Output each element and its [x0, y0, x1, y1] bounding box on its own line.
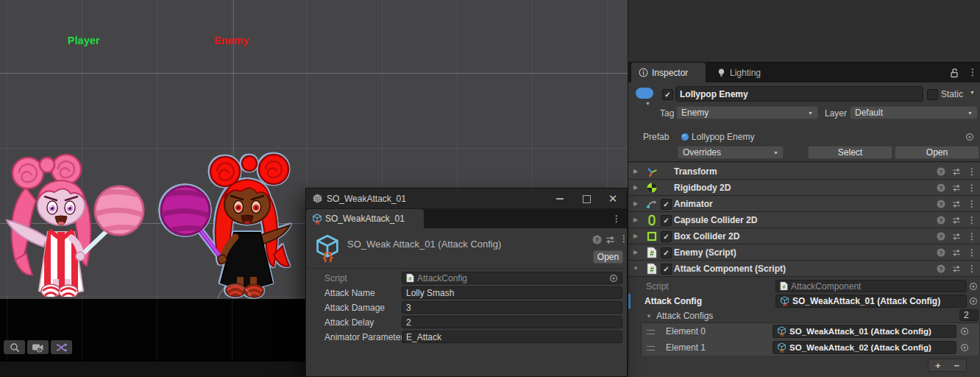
help-icon[interactable]: [937, 232, 945, 241]
list-item[interactable]: Element 0 SO_WeakAttack_01 (Attack Confi…: [642, 323, 979, 340]
presets-icon[interactable]: [952, 264, 961, 273]
component-menu-icon[interactable]: [967, 247, 976, 258]
overrides-dropdown[interactable]: Overrides: [678, 146, 784, 159]
presets-icon[interactable]: [952, 167, 961, 176]
drag-handle-icon[interactable]: [647, 346, 655, 350]
component-row-box-collider2d[interactable]: Box Collider 2D: [628, 228, 980, 244]
tab-so-weakattack[interactable]: SO_WeakAttack_01: [306, 209, 424, 228]
tab-lighting[interactable]: Lighting: [709, 63, 790, 82]
attack-damage-input[interactable]: 3: [402, 301, 622, 314]
inspector-menu-icon[interactable]: [968, 67, 977, 77]
attack-configs-list: Element 0 SO_WeakAttack_01 (Attack Confi…: [641, 323, 980, 356]
object-picker-icon[interactable]: [965, 133, 974, 141]
presets-icon[interactable]: [952, 200, 961, 208]
attack-config-label: Attack Config: [645, 296, 702, 306]
gameobject-active-checkbox[interactable]: [662, 89, 673, 100]
foldout-arrow-icon[interactable]: [633, 265, 639, 272]
gameobject-name-field[interactable]: Lollypop Enemy: [675, 86, 923, 102]
object-picker-icon[interactable]: [609, 274, 618, 283]
inspector-panel: Inspector Lighting ▼ Lollypop Enemy Stat…: [628, 0, 980, 377]
object-picker-icon[interactable]: [960, 327, 969, 336]
asset-cube-icon: [312, 193, 323, 204]
layer-dropdown[interactable]: Default: [850, 106, 978, 119]
help-icon[interactable]: [937, 183, 945, 192]
help-icon[interactable]: [937, 167, 945, 176]
script-object-field[interactable]: AttackConfig: [402, 272, 622, 284]
remove-element-button[interactable]: −: [954, 361, 959, 370]
component-menu-icon[interactable]: [967, 166, 976, 177]
attack-configs-foldout-icon[interactable]: [646, 313, 652, 320]
object-picker-icon[interactable]: [969, 282, 978, 291]
zoom-tool-button[interactable]: [4, 340, 25, 354]
foldout-arrow-icon[interactable]: [633, 168, 638, 175]
add-element-button[interactable]: +: [935, 361, 941, 370]
attack-delay-input[interactable]: 2: [402, 316, 622, 328]
camera-visibility-button[interactable]: [27, 340, 49, 354]
component-row-transform[interactable]: Transform: [628, 163, 980, 180]
tab-inspector[interactable]: Inspector: [631, 63, 706, 82]
static-dropdown-arrow-icon[interactable]: ▼: [970, 90, 975, 95]
component-row-attack-component[interactable]: Attack Component (Script): [628, 261, 980, 277]
shuffle-button[interactable]: [51, 340, 72, 354]
help-icon[interactable]: [937, 264, 945, 273]
presets-icon[interactable]: [952, 216, 961, 225]
unity-editor: Player Enemy: [0, 0, 980, 377]
attack-config-window[interactable]: SO_WeakAttack_01 ✕ SO_WeakAttack_01 SO_W…: [305, 188, 628, 377]
close-button[interactable]: ✕: [602, 188, 624, 209]
component-row-enemy-script[interactable]: Enemy (Script): [628, 244, 980, 261]
foldout-arrow-icon[interactable]: [633, 233, 638, 239]
component-enabled-checkbox[interactable]: [661, 199, 672, 210]
asset-menu-icon[interactable]: [619, 233, 628, 244]
prefab-open-button[interactable]: Open: [895, 146, 979, 159]
drag-handle-icon[interactable]: [647, 330, 655, 334]
component-row-rigidbody2d[interactable]: Rigidbody 2D: [628, 180, 980, 196]
component-menu-icon[interactable]: [967, 231, 976, 242]
script-object-field[interactable]: AttackComponent: [775, 280, 967, 292]
presets-icon[interactable]: [952, 183, 961, 192]
element1-object-field[interactable]: SO_WeakAttack_02 (Attack Config): [773, 341, 956, 354]
tab-menu-icon[interactable]: [612, 214, 621, 224]
object-picker-icon[interactable]: [960, 343, 969, 352]
foldout-arrow-icon[interactable]: [633, 200, 638, 207]
minimize-button[interactable]: [549, 188, 571, 209]
help-icon[interactable]: [937, 200, 945, 208]
presets-icon[interactable]: [606, 235, 615, 244]
component-enabled-checkbox[interactable]: [661, 247, 672, 258]
presets-icon[interactable]: [952, 248, 961, 257]
object-picker-icon[interactable]: [969, 297, 978, 306]
attack-name-input[interactable]: Lolly Smash: [402, 286, 622, 299]
foldout-arrow-icon[interactable]: [633, 249, 638, 256]
foldout-arrow-icon[interactable]: [633, 216, 638, 223]
tag-dropdown[interactable]: Enemy: [676, 106, 818, 119]
maximize-button[interactable]: [575, 188, 597, 209]
help-icon[interactable]: [592, 235, 602, 244]
animator-parameter-input[interactable]: E_Attack: [402, 331, 622, 343]
lock-icon[interactable]: [950, 68, 959, 78]
prefab-select-button[interactable]: Select: [808, 146, 892, 159]
element0-object-field[interactable]: SO_WeakAttack_01 (Attack Config): [773, 325, 956, 338]
prefab-name[interactable]: Lollypop Enemy: [692, 132, 754, 142]
presets-icon[interactable]: [952, 232, 961, 241]
component-menu-icon[interactable]: [967, 215, 976, 225]
component-row-animator[interactable]: Animator: [628, 196, 980, 212]
window-titlebar[interactable]: SO_WeakAttack_01 ✕: [306, 188, 627, 209]
player-character-sprite[interactable]: [4, 152, 147, 297]
help-icon[interactable]: [937, 216, 945, 225]
component-enabled-checkbox[interactable]: [661, 215, 672, 226]
help-icon[interactable]: [937, 248, 945, 257]
component-enabled-checkbox[interactable]: [661, 264, 672, 275]
component-menu-icon[interactable]: [967, 264, 976, 274]
gameobject-icon-caret[interactable]: ▼: [645, 101, 650, 106]
component-menu-icon[interactable]: [967, 183, 976, 193]
component-enabled-checkbox[interactable]: [661, 231, 672, 242]
list-item[interactable]: Element 1 SO_WeakAttack_02 (Attack Confi…: [642, 339, 979, 356]
component-menu-icon[interactable]: [967, 199, 976, 209]
enemy-character-sprite[interactable]: [156, 152, 292, 299]
foldout-arrow-icon[interactable]: [633, 184, 638, 191]
array-size-field[interactable]: 2: [959, 309, 979, 321]
static-checkbox[interactable]: [927, 89, 938, 100]
gameobject-icon[interactable]: [636, 88, 653, 99]
component-row-capsule-collider2d[interactable]: Capsule Collider 2D: [628, 212, 980, 228]
attack-config-object-field[interactable]: SO_WeakAttack_01 (Attack Config): [775, 295, 967, 308]
open-asset-button[interactable]: Open: [593, 250, 623, 264]
